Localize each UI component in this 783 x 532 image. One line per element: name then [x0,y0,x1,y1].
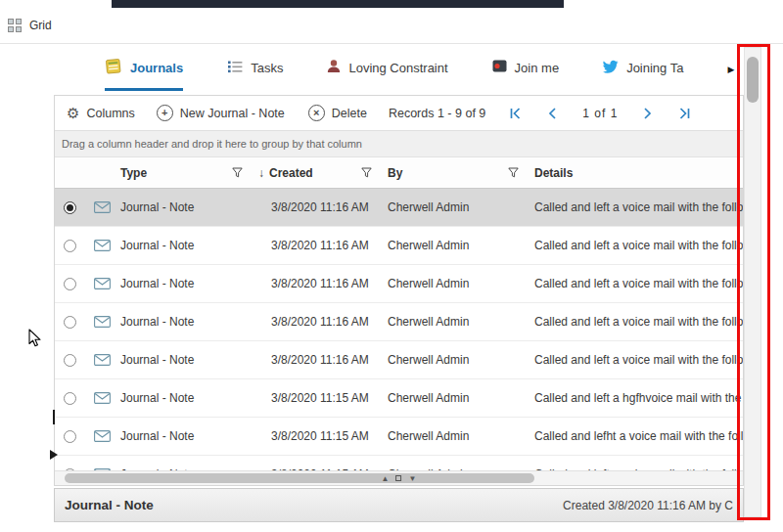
table-row[interactable]: Journal - Note 3/8/2020 11:15 AM Cherwel… [55,418,743,456]
gear-icon: ⚙ [67,106,79,120]
splitter-handle-icon[interactable] [396,475,402,481]
radio-icon[interactable] [64,316,76,329]
radio-icon[interactable] [64,240,76,252]
journal-envelope-icon [84,418,119,455]
row-select-radio[interactable] [55,227,84,264]
table-row[interactable]: Journal - Note 3/8/2020 11:16 AM Cherwel… [55,341,743,379]
radio-icon[interactable] [64,392,76,405]
left-expand-arrow-icon[interactable] [50,450,58,460]
tab-join-me[interactable]: Join me [492,47,560,91]
column-header-by[interactable]: By [381,157,528,188]
group-by-hint-text: Drag a column header and drop it here to… [62,138,362,150]
row-select-radio[interactable] [55,189,84,226]
next-page-button[interactable] [643,108,653,119]
prev-page-button[interactable] [547,108,557,119]
cell-details: Called and left a voice mail with the fo… [528,189,743,226]
window-top-strip [112,0,564,8]
columns-button[interactable]: ⚙ Columns [67,106,135,120]
header-icon-spacer [84,157,119,188]
collapse-up-icon[interactable]: ▲ [382,474,390,483]
left-splitter-mark[interactable] [53,410,55,424]
grid-icon [8,19,22,32]
cell-type: Journal - Note [119,189,252,226]
column-header-created[interactable]: ↓ Created [252,157,381,188]
twitter-bird-icon [603,60,619,76]
table-row[interactable]: Journal - Note 3/8/2020 11:16 AM Cherwel… [55,189,743,227]
radio-icon[interactable] [64,278,76,290]
join-me-icon [492,59,507,76]
cell-type: Journal - Note [119,303,252,340]
pane-splitter-controls[interactable]: ▲ ▼ [382,471,417,485]
table-row[interactable]: Journal - Note 3/8/2020 11:16 AM Cherwel… [55,227,743,265]
cell-by: Cherwell Admin [381,379,528,417]
journal-envelope-icon [84,265,119,302]
journal-envelope-icon [84,227,119,264]
table-row[interactable]: Journal - Note 3/8/2020 11:16 AM Cherwel… [55,265,743,303]
tab-journals[interactable]: Journals [105,47,183,91]
columns-button-label: Columns [86,107,134,120]
column-header-details[interactable]: Details [528,157,743,188]
journal-envelope-icon [84,379,119,417]
column-header-type[interactable]: Type [119,157,252,188]
row-select-radio[interactable] [55,341,84,378]
tab-label: Journals [130,61,183,75]
tab-tasks[interactable]: Tasks [227,47,283,91]
cell-details: Called and left a voice mail with the fo… [528,227,743,264]
task-list-icon [227,60,243,76]
new-button-label: New Journal - Note [180,107,285,120]
person-icon [327,59,341,76]
table-row[interactable]: Journal - Note 3/8/2020 11:15 AM Cherwel… [55,456,743,470]
cell-details: Called and left a voice mail with the fo… [528,265,743,302]
table-row[interactable]: Journal - Note 3/8/2020 11:16 AM Cherwel… [55,303,743,341]
window-title: Grid [29,19,52,32]
grid-frame: ⚙ Columns + New Journal - Note × Delete … [54,95,744,486]
group-by-drop-zone[interactable]: Drag a column header and drop it here to… [55,131,743,157]
row-select-radio[interactable] [55,265,84,302]
cell-created: 3/8/2020 11:16 AM [252,265,381,302]
filter-icon[interactable] [361,167,372,178]
table-row[interactable]: Journal - Note 3/8/2020 11:15 AM Cherwel… [55,379,743,418]
page-number-label: 1 of 1 [582,107,618,120]
row-select-radio[interactable] [55,379,84,417]
row-select-radio[interactable] [55,303,84,340]
horizontal-scrollbar-thumb[interactable] [65,473,534,483]
filter-icon[interactable] [508,167,519,178]
radio-icon[interactable] [64,354,76,367]
cell-created: 3/8/2020 11:16 AM [252,303,381,340]
radio-icon[interactable] [64,201,76,214]
tab-bar: Journals Tasks Loving Constraint Join me [54,47,744,91]
tab-label: Join me [515,61,560,75]
tab-joining-ta[interactable]: Joining Ta [603,47,683,91]
cell-type: Journal - Note [119,456,252,470]
grid-toolbar: ⚙ Columns + New Journal - Note × Delete … [55,96,743,131]
pagination: 1 of 1 [509,107,691,120]
journal-envelope-icon [84,303,119,340]
cell-by: Cherwell Admin [381,265,528,302]
row-select-radio[interactable] [55,456,84,470]
delete-button[interactable]: × Delete [308,105,367,121]
last-page-button[interactable] [678,108,691,119]
first-page-button[interactable] [509,108,522,119]
cell-details: Called and left a voice mail with the fo… [528,303,743,340]
app-bar: Grid [0,8,783,44]
filter-icon[interactable] [232,167,243,178]
radio-icon[interactable] [64,430,76,443]
horizontal-scrollbar[interactable]: ▲ ▼ [55,470,743,485]
detail-pane-title: Journal - Note [65,498,154,512]
cell-type: Journal - Note [119,379,252,417]
journal-envelope-icon [84,189,119,226]
cell-created: 3/8/2020 11:16 AM [252,227,381,264]
collapse-down-icon[interactable]: ▼ [409,474,417,483]
cell-type: Journal - Note [119,418,252,455]
new-journal-note-button[interactable]: + New Journal - Note [157,105,285,121]
row-select-radio[interactable] [55,418,84,455]
header-radio-spacer [55,157,84,188]
cell-by: Cherwell Admin [381,341,528,378]
cell-type: Journal - Note [119,265,252,302]
grid-header-row: Type ↓ Created By [55,157,743,189]
cell-details: Called and left a hgfhvoice mail with th… [528,379,743,417]
cell-by: Cherwell Admin [381,456,528,470]
tab-scroll-right-icon[interactable]: ▶ [727,65,734,74]
tab-loving-constraint[interactable]: Loving Constraint [327,47,447,91]
delete-button-label: Delete [332,107,367,120]
